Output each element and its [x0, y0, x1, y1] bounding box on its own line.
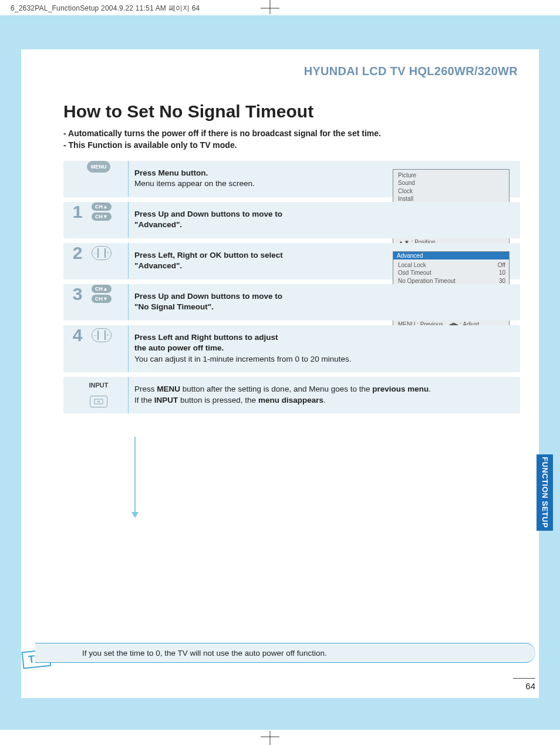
ch-up-icon: CH▲: [92, 285, 112, 293]
text-line: Press Left, Right or OK button to select: [134, 251, 283, 259]
page-content: HYUNDAI LCD TV HQL260WR/320WR How to Set…: [21, 49, 539, 698]
step-text: Press Left, Right or OK button to select…: [128, 243, 385, 279]
step-text: Press Up and Down buttons to move to "No…: [128, 284, 385, 321]
text-bold: menu disappears: [258, 396, 323, 404]
frame-border-left: [0, 15, 21, 730]
osd-title: Advanced: [393, 252, 509, 259]
ch-down-icon: CH▼: [92, 295, 112, 303]
text-bold: INPUT: [154, 396, 178, 404]
text-line: the auto power off time.: [134, 343, 224, 352]
tip-bar: If you set the time to 0, the TV will no…: [35, 643, 535, 663]
text-part: button is pressed, the: [178, 396, 258, 404]
osd-value: Off: [498, 261, 505, 269]
left-right-button-icon: –+: [92, 246, 112, 260]
print-crop-header: 6_2632PAL_FunctionSetup 2004.9.22 11:51 …: [11, 4, 200, 14]
text-bold: previous menu: [372, 385, 429, 393]
frame-border-bottom: [0, 698, 560, 730]
step-text: Press Menu button. Menu items appear on …: [128, 161, 385, 197]
step-text: Press MENU button after the setting is d…: [128, 377, 520, 413]
text-line: Press Up and Down buttons to move to: [134, 210, 282, 218]
up-down-button-icon: CH▲ CH▼: [92, 203, 112, 221]
text-part: button after the setting is done, and Me…: [180, 385, 372, 393]
frame-border-right: [539, 15, 560, 730]
steps-container: MENU Press Menu button. Menu items appea…: [63, 161, 520, 414]
text-part: .: [323, 396, 326, 404]
frame-border-top: [0, 15, 560, 49]
subtitle: - Automatically turns the power off if t…: [63, 127, 520, 151]
step-text: Press Up and Down buttons to move to "Ad…: [128, 202, 385, 238]
osd-item: Osd Timeout: [398, 269, 431, 277]
ch-down-icon: CH▼: [92, 213, 112, 221]
timeline-arrow-icon: [131, 512, 139, 518]
ch-up-icon: CH▲: [92, 203, 112, 211]
text-part: If the: [134, 396, 154, 404]
text-line: "No Signal Timeout".: [134, 302, 214, 311]
step-menu: MENU Press Menu button. Menu items appea…: [63, 161, 520, 197]
section-tab: FUNCTION SETUP: [537, 454, 553, 531]
subtitle-line1: - Automatically turns the power off if t…: [63, 127, 520, 139]
text-line: You can adjust it in 1-minute increments…: [134, 355, 351, 363]
text-line: Press Menu button.: [134, 168, 208, 177]
menu-button-icon: MENU: [87, 161, 111, 173]
timeline-line: [134, 437, 136, 513]
text-line: "Advanced".: [134, 261, 182, 270]
input-arrow-icon: [94, 399, 103, 404]
left-right-button-icon: –+: [92, 328, 112, 342]
text-part: .: [429, 385, 431, 393]
text-line: Press Left and Right buttons to adjust: [134, 333, 278, 342]
step-1: 1 CH▲ CH▼ Press Up and Down buttons to m…: [63, 202, 520, 238]
text-line: Press Up and Down buttons to move to: [134, 292, 282, 301]
step-number: 4: [69, 325, 86, 345]
step-text: Press Left and Right buttons to adjust t…: [128, 325, 520, 373]
step-number: 3: [69, 284, 86, 304]
input-label: INPUT: [89, 382, 109, 389]
subtitle-line2: - This Function is available only to TV …: [63, 139, 520, 151]
page-title: How to Set No Signal Timeout: [63, 102, 520, 122]
step-number: 2: [69, 243, 86, 263]
osd-item: Clock: [398, 187, 413, 195]
text-part: Press: [134, 385, 157, 393]
text-bold: MENU: [157, 385, 180, 393]
osd-value: 10: [499, 269, 505, 277]
step-input: INPUT Press MENU button after the settin…: [63, 377, 520, 413]
step-3: 3 CH▲ CH▼ Press Up and Down buttons to m…: [63, 284, 520, 321]
tip-text: If you set the time to 0, the TV will no…: [82, 649, 327, 658]
text-line: Menu items appear on the screen.: [134, 179, 255, 188]
step-2: 2 –+ Press Left, Right or OK button to s…: [63, 243, 520, 279]
osd-item: Local Lock: [398, 261, 426, 269]
up-down-button-icon: CH▲ CH▼: [92, 285, 112, 303]
page-number: 64: [513, 678, 535, 691]
step-number: 1: [69, 202, 86, 222]
osd-item: Sound: [398, 179, 415, 187]
product-header: HYUNDAI LCD TV HQL260WR/320WR: [63, 65, 520, 78]
input-button-icon: [90, 396, 107, 407]
text-line: "Advanced".: [134, 220, 182, 229]
osd-item: Picture: [398, 171, 416, 180]
step-4: 4 –+ Press Left and Right buttons to adj…: [63, 325, 520, 373]
